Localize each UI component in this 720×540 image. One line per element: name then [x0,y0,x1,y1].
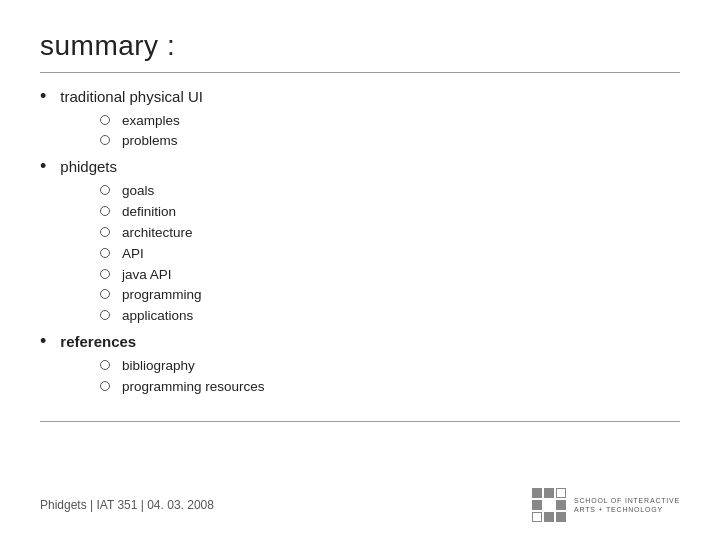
sublist-references: bibliography programming resources [100,357,680,397]
list-item: bibliography [100,357,680,376]
sub-circle-icon [100,206,110,216]
sub-item-text: API [122,245,144,264]
sub-circle-icon [100,310,110,320]
sub-circle-icon [100,135,110,145]
sub-circle-icon [100,360,110,370]
bullet-dot-1: • [40,86,46,108]
sub-circle-icon [100,381,110,391]
section-traditional: • traditional physical UI examples probl… [40,87,680,151]
logo-area: SCHOOL OF INTERACTIVE ARTS + TECHNOLOGY [532,488,680,522]
sub-circle-icon [100,185,110,195]
sub-circle-icon [100,289,110,299]
logo-text: SCHOOL OF INTERACTIVE ARTS + TECHNOLOGY [574,496,680,514]
logo-line-2: ARTS + TECHNOLOGY [574,505,680,514]
sublist-traditional: examples problems [100,112,680,152]
sub-item-text: programming resources [122,378,265,397]
sub-circle-icon [100,227,110,237]
list-item: API [100,245,680,264]
page: summary : • traditional physical UI exam… [0,0,720,540]
sub-item-text: goals [122,182,154,201]
label-references: references [60,332,136,352]
footer: Phidgets | IAT 351 | 04. 03. 2008 [40,488,680,522]
list-item: architecture [100,224,680,243]
footer-text: Phidgets | IAT 351 | 04. 03. 2008 [40,498,214,512]
content-area: • traditional physical UI examples probl… [0,73,720,413]
sub-circle-icon [100,248,110,258]
label-phidgets: phidgets [60,157,117,177]
list-item: examples [100,112,680,131]
sub-item-text: architecture [122,224,193,243]
list-item: goals [100,182,680,201]
list-item: problems [100,132,680,151]
bullet-traditional: • traditional physical UI [40,87,680,108]
sub-item-text: programming [122,286,202,305]
sub-circle-icon [100,115,110,125]
logo-line-1: SCHOOL OF INTERACTIVE [574,496,680,505]
bullet-references: • references [40,332,680,353]
list-item: definition [100,203,680,222]
sub-item-text: java API [122,266,172,285]
section-phidgets: • phidgets goals definition architecture [40,157,680,326]
logo-icon [532,488,566,522]
list-item: programming [100,286,680,305]
label-traditional: traditional physical UI [60,87,203,107]
title-section: summary : [0,0,720,72]
page-title: summary : [40,30,680,62]
bottom-divider [40,421,680,422]
sub-item-text: applications [122,307,193,326]
sublist-phidgets: goals definition architecture API java A… [100,182,680,326]
sub-circle-icon [100,269,110,279]
section-references: • references bibliography programming re… [40,332,680,396]
list-item: java API [100,266,680,285]
list-item: programming resources [100,378,680,397]
bullet-dot-2: • [40,156,46,178]
sub-item-text: examples [122,112,180,131]
bullet-dot-3: • [40,331,46,353]
bullet-phidgets: • phidgets [40,157,680,178]
list-item: applications [100,307,680,326]
sub-item-text: definition [122,203,176,222]
sub-item-text: problems [122,132,178,151]
sub-item-text: bibliography [122,357,195,376]
